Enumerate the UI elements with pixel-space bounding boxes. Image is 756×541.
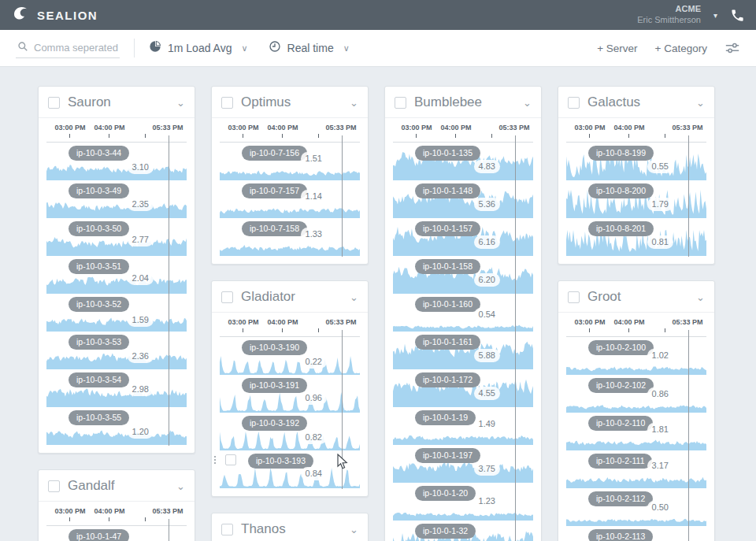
server-row[interactable]: ip-10-0-1-1576.16 — [393, 218, 533, 256]
server-row[interactable]: ip-10-0-1-32 — [393, 521, 533, 541]
server-row[interactable]: ip-10-0-1-1354.83 — [393, 143, 533, 180]
server-row[interactable]: ip-10-0-1-1973.75 — [393, 445, 533, 483]
server-row[interactable]: ip-10-0-1-191.49 — [393, 407, 533, 445]
collapse-chevron-icon[interactable]: ⌄ — [523, 98, 532, 108]
server-name-pill[interactable]: ip-10-0-3-50 — [69, 221, 129, 236]
server-name-pill[interactable]: ip-10-0-3-55 — [69, 410, 129, 425]
server-name-pill[interactable]: ip-10-0-8-200 — [588, 183, 654, 198]
user-info[interactable]: ACME Eric Smittherson — [637, 4, 701, 26]
server-row[interactable]: ip-10-0-2-1020.86 — [566, 375, 706, 413]
category-checkbox[interactable] — [568, 97, 580, 109]
collapse-chevron-icon[interactable]: ⌄ — [696, 98, 705, 108]
server-row[interactable]: ip-10-0-3-1920.82 — [220, 413, 360, 450]
server-name-pill[interactable]: ip-10-0-1-160 — [415, 297, 480, 312]
server-name-pill[interactable]: ip-10-0-3-190 — [242, 340, 307, 355]
server-name-pill[interactable]: ip-10-0-1-157 — [415, 221, 480, 236]
server-name-pill[interactable]: ip-10-0-3-192 — [242, 416, 307, 431]
server-row[interactable]: ip-10-0-7-1581.33 — [220, 218, 360, 256]
server-name-pill[interactable]: ip-10-0-2-113 — [588, 529, 653, 541]
server-name-pill[interactable]: ip-10-0-2-100 — [588, 340, 654, 355]
server-name-pill[interactable]: ip-10-0-7-157 — [242, 183, 307, 198]
server-name-pill[interactable]: ip-10-0-3-51 — [69, 259, 129, 274]
server-name-pill[interactable]: ip-10-0-3-49 — [69, 183, 129, 198]
server-row[interactable]: ip-10-0-3-502.77 — [46, 218, 187, 256]
server-row[interactable]: ip-10-0-1-47 — [46, 526, 187, 541]
add-category-button[interactable]: + Category — [655, 43, 707, 54]
server-name-pill[interactable]: ip-10-0-1-172 — [415, 372, 480, 387]
server-row[interactable]: ip-10-0-3-551.20 — [46, 407, 187, 445]
server-name-pill[interactable]: ip-10-0-3-52 — [69, 297, 129, 312]
collapse-chevron-icon[interactable]: ⌄ — [696, 292, 705, 302]
server-name-pill[interactable]: ip-10-0-1-197 — [415, 448, 480, 463]
server-row[interactable]: ip-10-0-3-512.04 — [46, 256, 187, 294]
server-row[interactable]: ip-10-0-3-542.98 — [46, 369, 187, 407]
time-range-dropdown[interactable]: Real time ∨ — [269, 40, 350, 56]
server-row[interactable]: ip-10-0-1-201.23 — [393, 483, 533, 521]
category-checkbox[interactable] — [48, 480, 60, 492]
server-row[interactable]: ip-10-0-2-1120.50 — [566, 488, 706, 526]
collapse-chevron-icon[interactable]: ⌄ — [350, 292, 358, 302]
server-row[interactable]: ip-10-0-3-532.36 — [46, 332, 187, 369]
collapse-chevron-icon[interactable]: ⌄ — [350, 98, 358, 108]
server-name-pill[interactable]: ip-10-0-1-19 — [415, 410, 476, 425]
server-row[interactable]: ip-10-0-1-1615.88 — [393, 332, 533, 369]
server-checkbox[interactable] — [225, 454, 236, 465]
search-input[interactable] — [34, 42, 118, 54]
server-name-pill[interactable]: ip-10-0-1-158 — [415, 259, 480, 274]
server-name-pill[interactable]: ip-10-0-3-191 — [242, 378, 307, 393]
category-checkbox[interactable] — [221, 524, 233, 535]
server-row[interactable]: ip-10-0-8-2010.81 — [566, 218, 706, 256]
server-row[interactable]: ip-10-0-1-1600.54 — [393, 294, 533, 332]
collapse-chevron-icon[interactable]: ⌄ — [176, 481, 185, 491]
collapse-chevron-icon[interactable]: ⌄ — [176, 98, 185, 108]
server-row[interactable]: ip-10-0-7-1561.51 — [220, 143, 360, 180]
server-row[interactable]: ip-10-0-2-113 — [566, 526, 706, 541]
category-checkbox[interactable] — [395, 97, 406, 109]
server-name-pill[interactable]: ip-10-0-8-201 — [588, 221, 654, 236]
server-row[interactable]: ip-10-0-2-1101.81 — [566, 413, 706, 450]
add-server-button[interactable]: + Server — [597, 43, 637, 54]
server-row[interactable]: ip-10-0-3-1930.84 — [220, 450, 360, 488]
server-name-pill[interactable]: ip-10-0-3-44 — [69, 146, 129, 161]
server-row[interactable]: ip-10-0-1-1724.55 — [393, 369, 533, 407]
server-name-pill[interactable]: ip-10-0-3-54 — [69, 372, 129, 387]
server-row[interactable]: ip-10-0-2-1001.02 — [566, 337, 706, 375]
server-name-pill[interactable]: ip-10-0-3-53 — [69, 335, 129, 350]
category-checkbox[interactable] — [568, 291, 580, 303]
collapse-chevron-icon[interactable]: ⌄ — [350, 524, 358, 535]
server-row[interactable]: ip-10-0-3-521.59 — [46, 294, 187, 332]
filter-sliders-icon[interactable] — [724, 41, 740, 55]
server-name-pill[interactable]: ip-10-0-7-158 — [242, 221, 307, 236]
category-checkbox[interactable] — [221, 291, 233, 303]
metric-dropdown[interactable]: 1m Load Avg ∨ — [149, 40, 248, 56]
server-name-pill[interactable]: ip-10-0-7-156 — [242, 146, 307, 161]
server-name-pill[interactable]: ip-10-0-1-161 — [415, 335, 480, 350]
server-row[interactable]: ip-10-0-1-1485.36 — [393, 180, 533, 218]
server-name-pill[interactable]: ip-10-0-2-102 — [588, 378, 654, 393]
server-row[interactable]: ip-10-0-8-2001.79 — [566, 180, 706, 218]
server-name-pill[interactable]: ip-10-0-2-112 — [588, 491, 653, 506]
server-row[interactable]: ip-10-0-2-1113.17 — [566, 450, 706, 488]
server-row[interactable]: ip-10-0-7-1571.14 — [220, 180, 360, 218]
server-name-pill[interactable]: ip-10-0-1-20 — [415, 486, 476, 501]
server-row[interactable]: ip-10-0-8-1990.55 — [566, 143, 706, 180]
category-checkbox[interactable] — [221, 97, 233, 109]
user-menu-caret-icon[interactable]: ▾ — [712, 11, 719, 20]
server-name-pill[interactable]: ip-10-0-1-47 — [69, 529, 129, 541]
server-name-pill[interactable]: ip-10-0-2-111 — [588, 454, 652, 469]
drag-handle-icon[interactable] — [214, 456, 216, 464]
server-row[interactable]: ip-10-0-3-443.10 — [46, 143, 187, 180]
server-name-pill[interactable]: ip-10-0-8-199 — [588, 146, 654, 161]
search-field[interactable] — [16, 39, 120, 58]
server-name-pill[interactable]: ip-10-0-2-110 — [588, 416, 653, 431]
server-row[interactable]: ip-10-0-3-1910.96 — [220, 375, 360, 413]
server-row[interactable]: ip-10-0-1-1586.20 — [393, 256, 533, 294]
server-name-pill[interactable]: ip-10-0-1-135 — [415, 146, 480, 161]
server-name-pill[interactable]: ip-10-0-1-32 — [415, 524, 476, 539]
phone-icon[interactable] — [730, 8, 745, 23]
server-name-pill[interactable]: ip-10-0-3-193 — [248, 454, 313, 469]
server-row[interactable]: ip-10-0-3-492.35 — [46, 180, 187, 218]
category-checkbox[interactable] — [48, 97, 60, 109]
server-name-pill[interactable]: ip-10-0-1-148 — [415, 183, 480, 198]
server-row[interactable]: ip-10-0-3-1900.22 — [220, 337, 360, 375]
